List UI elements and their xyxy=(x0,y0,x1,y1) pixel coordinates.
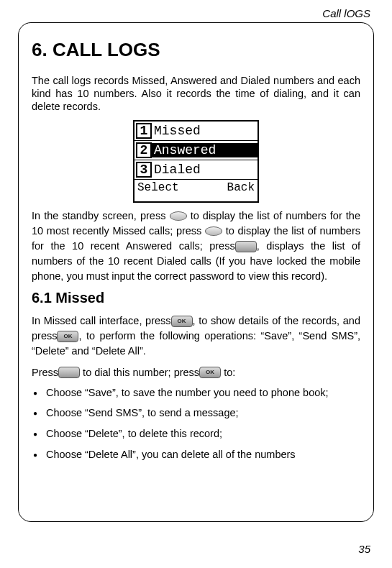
chapter-title: 6. CALL LOGS xyxy=(32,39,360,61)
menu-label-missed: Missed xyxy=(152,124,257,138)
options-list: Choose “Save”, to save the number you ne… xyxy=(32,386,360,462)
menu-label-dialed: Dialed xyxy=(152,162,257,177)
standby-paragraph: In the standby screen, press to display … xyxy=(32,209,360,284)
menu-num-1: 1 xyxy=(136,123,152,139)
page-frame: 6. CALL LOGS The call logs records Misse… xyxy=(18,22,374,522)
page-number: 35 xyxy=(358,543,370,555)
missed-paragraph-2: Press to dial this number; pressOK to: xyxy=(32,365,360,380)
list-item: Choose “Save”, to save the number you ne… xyxy=(33,386,360,400)
nav-button-icon xyxy=(170,211,187,221)
ok-button-icon: OK xyxy=(57,331,78,342)
running-header: Call lOGS xyxy=(18,7,374,19)
text-seg: , to perform the following operations: “… xyxy=(32,330,360,357)
phone-screenshot: 1 Missed 2 Answered 3 Dialed Select Back xyxy=(133,120,259,203)
softkey-left: Select xyxy=(137,181,179,200)
text-seg: to: xyxy=(221,367,235,378)
list-item: Choose “Delete All”, you can delete all … xyxy=(33,448,360,462)
menu-row-missed: 1 Missed xyxy=(135,122,257,141)
text-seg: In the standby screen, press xyxy=(32,210,170,221)
missed-paragraph-1: In Missed call interface, pressOK, to sh… xyxy=(32,313,360,359)
menu-num-3: 3 xyxy=(136,162,152,178)
list-item: Choose “Send SMS”, to send a message; xyxy=(33,406,360,420)
softkey-right: Back xyxy=(227,181,255,200)
menu-num-2: 2 xyxy=(136,142,152,158)
nav-button-icon xyxy=(205,226,222,236)
list-item: Choose “Delete”, to delete this record; xyxy=(33,427,360,441)
ok-button-icon: OK xyxy=(199,367,221,378)
send-button-icon xyxy=(235,241,257,252)
text-seg: In Missed call interface, press xyxy=(32,315,171,326)
section-missed-title: 6.1 Missed xyxy=(32,290,360,306)
menu-label-answered: Answered xyxy=(152,143,257,157)
text-seg: Press xyxy=(32,367,58,378)
text-seg: to dial this number; press xyxy=(80,367,199,378)
softkey-bar: Select Back xyxy=(135,180,257,200)
ok-button-icon: OK xyxy=(171,316,193,327)
send-button-icon xyxy=(58,367,80,378)
intro-paragraph: The call logs records Missed, Answered a… xyxy=(32,74,360,113)
menu-row-dialed: 3 Dialed xyxy=(135,160,257,180)
menu-row-answered: 2 Answered xyxy=(135,141,257,160)
